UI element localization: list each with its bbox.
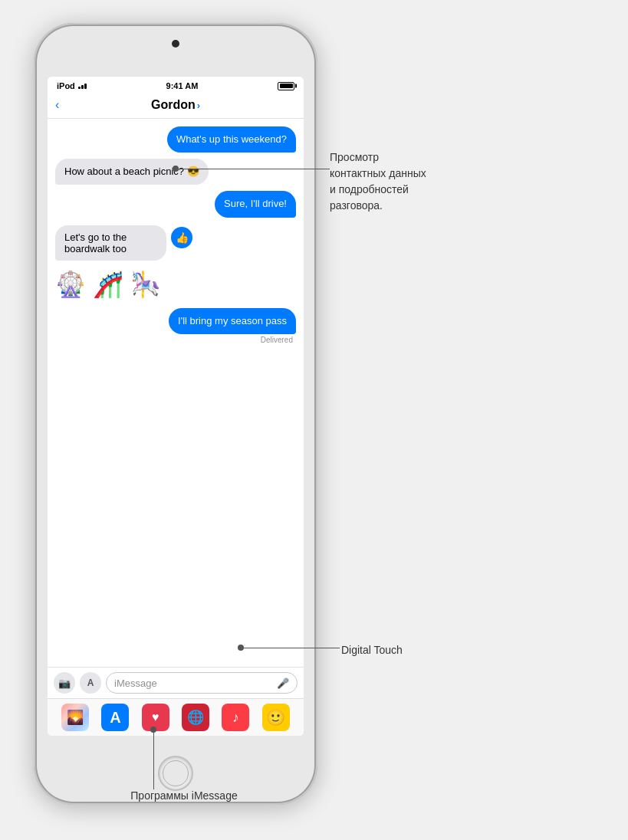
phone-device: iPod 9:41 AM ‹ Gordon xyxy=(34,23,317,805)
globe-icon: 🌐 xyxy=(187,709,204,726)
music-app-icon[interactable]: ♪ xyxy=(222,704,249,731)
mic-icon: 🎤 xyxy=(277,678,289,689)
message-text: How about a beach picnic? 😎 xyxy=(64,166,199,177)
apps-icon: A xyxy=(87,678,94,688)
message-bubble-sent[interactable]: I'll bring my season pass xyxy=(169,308,296,334)
message-row: What's up this weekend? xyxy=(55,126,296,153)
status-time: 9:41 AM xyxy=(166,81,199,90)
message-text: Let's go to the boardwalk too xyxy=(64,231,127,254)
input-bar: 📷 A iMessage 🎤 xyxy=(48,667,304,698)
emoji-icon: 🙂 xyxy=(266,708,285,727)
message-text: 🎡 🎢 🎠 xyxy=(55,271,161,298)
annotation-text-1: Просмотр контактных данных и подробносте… xyxy=(330,151,426,212)
delivered-status: Delivered xyxy=(261,336,293,344)
battery-icon xyxy=(278,82,294,90)
phone-screen: iPod 9:41 AM ‹ Gordon xyxy=(48,77,304,736)
apps-button[interactable]: A xyxy=(80,672,101,694)
input-placeholder: iMessage xyxy=(114,678,157,689)
camera-button[interactable]: 📷 xyxy=(54,672,75,694)
message-text: What's up this weekend? xyxy=(176,133,287,145)
message-row: Let's go to the boardwalk too 👍 xyxy=(55,224,296,261)
camera-dot xyxy=(172,40,179,48)
music-icon: ♪ xyxy=(232,710,239,726)
annotation-contact-info: Просмотр контактных данных и подробносте… xyxy=(330,149,483,214)
message-emoji[interactable]: 🎡 🎢 🎠 xyxy=(55,267,161,302)
battery-fill xyxy=(280,84,293,88)
annotation-digital-touch: Digital Touch xyxy=(341,644,403,656)
tapback-row: Let's go to the boardwalk too 👍 xyxy=(55,225,227,261)
home-button[interactable] xyxy=(158,756,193,791)
emoji-app-icon[interactable]: 🙂 xyxy=(262,704,290,731)
message-text: I'll bring my season pass xyxy=(178,315,287,326)
tapback-icon: 👍 xyxy=(171,227,192,248)
camera-icon: 📷 xyxy=(58,678,71,689)
heart-icon: ♥ xyxy=(152,710,159,724)
nav-bar: ‹ Gordon › xyxy=(48,94,304,119)
status-bar: iPod 9:41 AM xyxy=(48,77,304,94)
annotation-line-3 xyxy=(153,730,154,789)
annotation-imessage-apps: Программы iMessage xyxy=(123,789,245,802)
message-bubble-received[interactable]: How about a beach picnic? 😎 xyxy=(55,159,209,185)
device-label: iPod xyxy=(57,81,75,90)
status-right xyxy=(278,82,294,90)
photos-app-icon[interactable]: 🌄 xyxy=(61,704,89,731)
message-bubble-sent[interactable]: Sure, I'll drive! xyxy=(215,191,296,217)
contact-name: Gordon xyxy=(151,98,196,112)
wifi-icon xyxy=(78,84,87,89)
chevron-right-icon: › xyxy=(197,100,200,111)
annotation-text-3: Программы iMessage xyxy=(130,789,237,802)
annotation-line-1 xyxy=(173,169,330,169)
message-bubble-sent[interactable]: What's up this weekend? xyxy=(167,126,296,153)
back-button[interactable]: ‹ xyxy=(55,98,59,112)
home-button-inner xyxy=(163,760,189,786)
phone-body: iPod 9:41 AM ‹ Gordon xyxy=(34,23,317,805)
message-input[interactable]: iMessage 🎤 xyxy=(106,672,298,694)
globe-app-icon[interactable]: 🌐 xyxy=(182,704,209,731)
chevron-left-icon: ‹ xyxy=(55,98,59,112)
annotation-line-2 xyxy=(238,648,340,648)
conversation-title[interactable]: Gordon › xyxy=(151,98,200,112)
messages-area: What's up this weekend? How about a beac… xyxy=(48,119,304,667)
appstore-icon: A xyxy=(110,709,120,727)
message-row: Sure, I'll drive! xyxy=(55,191,296,217)
message-row: How about a beach picnic? 😎 xyxy=(55,159,296,185)
message-row: I'll bring my season pass Delivered xyxy=(55,308,296,344)
message-bubble-received[interactable]: Let's go to the boardwalk too xyxy=(55,225,166,261)
message-row: 🎡 🎢 🎠 xyxy=(55,267,296,302)
app-dock: 🌄 A ♥ 🌐 ♪ 🙂 xyxy=(48,698,304,736)
annotation-text-2: Digital Touch xyxy=(341,644,403,656)
status-left: iPod xyxy=(57,81,87,90)
message-text: Sure, I'll drive! xyxy=(224,198,287,209)
appstore-app-icon[interactable]: A xyxy=(101,704,129,731)
